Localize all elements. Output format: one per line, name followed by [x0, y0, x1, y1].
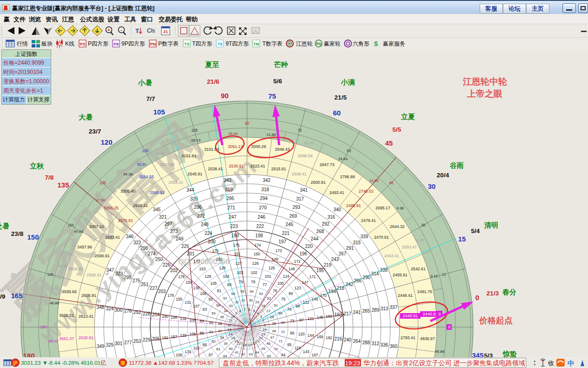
svg-text:100: 100	[277, 281, 284, 286]
svg-text:192: 192	[326, 335, 332, 340]
svg-text:44: 44	[255, 350, 259, 355]
svg-text:19:23: 19:23	[345, 360, 361, 367]
svg-text:131: 131	[185, 300, 191, 305]
svg-text:341: 341	[300, 187, 308, 193]
svg-text:75: 75	[268, 92, 276, 100]
svg-text:64: 64	[223, 354, 227, 357]
svg-text:135: 135	[57, 181, 69, 189]
svg-text:274: 274	[148, 251, 156, 256]
svg-text:181: 181	[162, 335, 168, 340]
svg-text:134: 134	[185, 349, 191, 354]
svg-text:TS: TS	[184, 42, 190, 47]
svg-text:345: 345	[472, 351, 483, 357]
svg-text:3152.84: 3152.84	[181, 154, 196, 158]
svg-text:28.13: 28.13	[191, 138, 201, 142]
svg-text:2575.91: 2575.91	[118, 218, 133, 223]
svg-text:2485.91: 2485.91	[346, 203, 361, 208]
svg-text:291: 291	[346, 246, 354, 251]
svg-text:54: 54	[250, 289, 254, 294]
svg-text:上帝之眼: 上帝之眼	[467, 89, 503, 99]
svg-text:345: 345	[153, 207, 161, 212]
svg-text:156: 156	[171, 315, 177, 320]
svg-text:24: 24	[263, 328, 267, 332]
svg-text:275: 275	[133, 278, 140, 283]
svg-text:2605.91: 2605.91	[81, 293, 96, 298]
svg-text:六角形: 六角形	[353, 40, 369, 47]
svg-text:31: 31	[241, 298, 245, 302]
svg-text:165: 165	[47, 273, 53, 277]
svg-text:165: 165	[11, 292, 22, 300]
svg-text:294: 294	[260, 196, 268, 201]
svg-text:7/8: 7/8	[45, 174, 54, 181]
svg-text:97: 97	[299, 318, 304, 322]
svg-text:220: 220	[305, 244, 313, 249]
svg-text:2515.91: 2515.91	[271, 167, 286, 171]
svg-text:290: 290	[363, 275, 371, 280]
svg-text:152: 152	[216, 257, 222, 261]
svg-text:63: 63	[216, 347, 220, 351]
svg-text:167: 167	[312, 353, 318, 357]
svg-text:133: 133	[180, 333, 187, 338]
svg-text:150: 150	[67, 223, 74, 227]
svg-text:204: 204	[152, 312, 160, 317]
svg-text:104: 104	[223, 274, 229, 279]
svg-text:15.63: 15.63	[338, 157, 348, 161]
svg-text:273: 273	[170, 229, 178, 234]
svg-text:251: 251	[141, 282, 149, 287]
svg-text:227: 227	[150, 286, 158, 291]
svg-text:27: 27	[267, 309, 270, 313]
svg-text:146: 146	[312, 297, 318, 301]
svg-text:150: 150	[254, 252, 260, 256]
svg-text:板块: 板块	[41, 40, 53, 47]
svg-text:大暑: 大暑	[79, 113, 93, 121]
svg-text:3356.25: 3356.25	[104, 206, 119, 210]
svg-text:0: 0	[448, 325, 450, 329]
svg-text:58: 58	[216, 303, 220, 308]
svg-text:320: 320	[190, 196, 198, 201]
svg-text:193: 193	[334, 312, 342, 317]
svg-text:153: 153	[199, 267, 206, 271]
svg-text:105: 105	[210, 281, 217, 286]
svg-text:295: 295	[227, 196, 234, 201]
svg-text:249: 249	[176, 236, 184, 241]
svg-text:126: 126	[252, 261, 259, 266]
svg-text:47: 47	[270, 335, 274, 340]
svg-text:2613.41: 2613.41	[79, 314, 94, 319]
svg-text:77: 77	[262, 282, 267, 287]
svg-text:312: 312	[372, 341, 380, 346]
svg-text:292: 292	[322, 221, 330, 227]
svg-text:96.88: 96.88	[435, 349, 445, 354]
svg-text:21/3: 21/3	[487, 290, 499, 297]
svg-text:2478.41: 2478.41	[361, 218, 376, 223]
svg-text:71: 71	[279, 339, 282, 343]
svg-text:3203.69: 3203.69	[160, 162, 174, 167]
svg-text:90: 90	[245, 121, 249, 126]
svg-text:K线: K线	[65, 40, 74, 47]
svg-text:▼: ▼	[533, 363, 536, 366]
svg-text:87: 87	[208, 353, 213, 357]
svg-text:T: T	[135, 27, 139, 34]
svg-text:336: 336	[381, 342, 388, 348]
svg-text:120: 120	[298, 332, 305, 336]
svg-text:3254.55: 3254.55	[139, 174, 154, 179]
svg-text:25.00: 25.00	[228, 132, 238, 136]
svg-text:75: 75	[281, 297, 286, 301]
svg-text:小满: 小满	[341, 78, 355, 86]
svg-text:31.25: 31.25	[155, 152, 165, 156]
svg-text:3407.10: 3407.10	[89, 224, 104, 229]
svg-text:PN: PN	[150, 42, 156, 47]
svg-text:315: 315	[353, 240, 361, 245]
svg-text:228: 228	[143, 311, 151, 316]
svg-text:立夏: 立夏	[401, 113, 415, 120]
svg-text:夏至: 夏至	[205, 60, 219, 68]
svg-text:149: 149	[272, 257, 278, 261]
svg-text:2593.47: 2593.47	[402, 245, 417, 249]
svg-text:94: 94	[281, 353, 286, 357]
svg-text:319: 319	[225, 187, 233, 192]
svg-text:30: 30	[421, 223, 426, 227]
svg-text:108: 108	[189, 318, 196, 322]
svg-text:83: 83	[202, 307, 207, 312]
svg-text:Big: Big	[316, 42, 321, 46]
svg-text:180: 180	[40, 325, 47, 329]
svg-text:57: 57	[223, 296, 227, 301]
